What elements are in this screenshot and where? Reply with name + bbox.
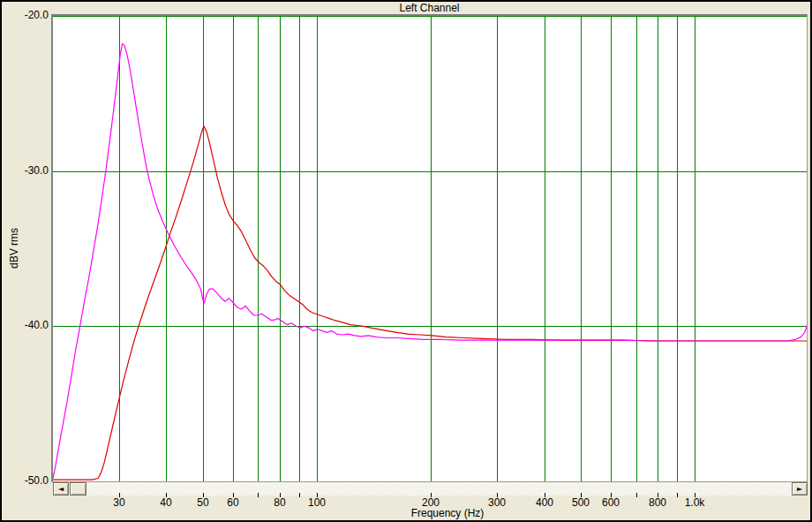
y-tick-label: -50.0 — [2, 475, 49, 487]
analyzer-window: Left Channel dBV rms -20.0-30.0-40.0-50.… — [0, 0, 812, 522]
plot-area — [51, 14, 808, 482]
spectrum-plot — [53, 16, 807, 481]
y-tick-label: -20.0 — [2, 10, 49, 21]
x-tick-label: 100 — [295, 497, 339, 509]
x-tick-label: 30 — [97, 497, 141, 509]
right-arrow-icon: ► — [797, 486, 802, 493]
y-tick-label: -30.0 — [2, 165, 49, 177]
scrollbar-track[interactable] — [53, 482, 792, 496]
left-arrow-icon: ◄ — [58, 486, 64, 493]
scrollbar-thumb[interactable] — [70, 482, 86, 496]
x-tick-label: 1.0k — [673, 497, 717, 509]
x-tick-label: 60 — [211, 497, 255, 509]
x-axis-title: Frequency (Hz) — [362, 508, 533, 519]
y-tick-label: -40.0 — [2, 320, 49, 331]
scroll-right-button[interactable]: ► — [792, 482, 808, 496]
x-tick-label: 600 — [589, 497, 633, 509]
y-axis-title: dBV rms — [8, 221, 20, 276]
chart-title: Left Channel — [51, 2, 808, 15]
scroll-left-button[interactable]: ◄ — [53, 482, 69, 496]
